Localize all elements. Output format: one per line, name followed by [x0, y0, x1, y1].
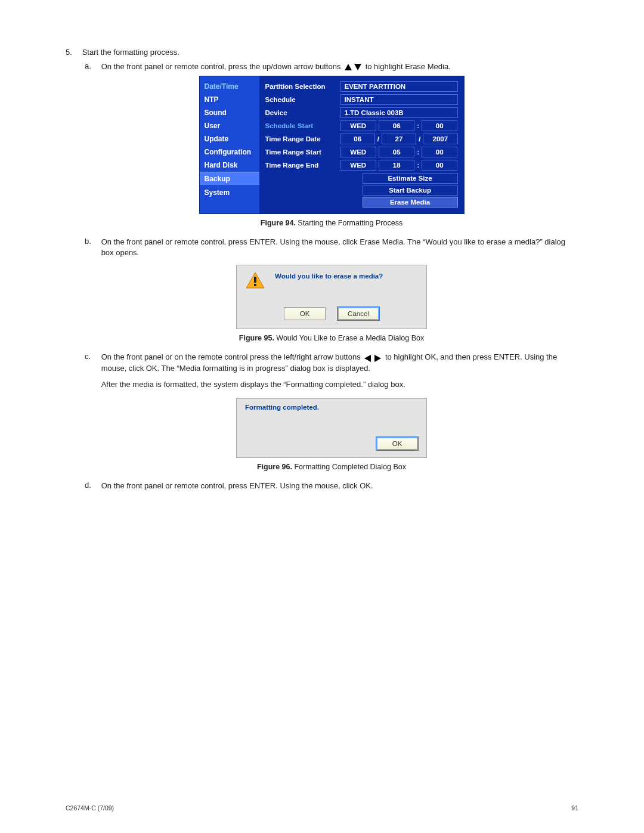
sidebar-item-config[interactable]: Configuration — [200, 145, 259, 159]
cancel-button[interactable]: Cancel — [338, 307, 379, 320]
figure-94-caption: Figure 94. Starting the Formatting Proce… — [85, 219, 578, 227]
substep-b-text: On the front panel or remote control, pr… — [101, 237, 577, 258]
device-value[interactable]: 1.TD Classic 003B — [340, 107, 458, 118]
trs-day[interactable]: WED — [340, 147, 376, 157]
figure-96-label: Figure 96. — [257, 463, 292, 471]
partition-label: Partition Selection — [265, 83, 337, 90]
substep-d-text: On the front panel or remote control, pr… — [101, 481, 577, 491]
page-footer: C2674M-C (7/09) 91 — [66, 804, 578, 812]
left-right-arrow-icon — [363, 352, 383, 363]
substep-c-letter: c. — [85, 352, 99, 361]
sched-start-min[interactable]: 00 — [422, 120, 457, 131]
step-number: 5. — [66, 48, 80, 57]
svg-rect-4 — [254, 284, 256, 286]
ok-button[interactable]: OK — [376, 437, 418, 450]
substep-d-letter: d. — [85, 481, 99, 490]
start-backup-button[interactable]: Start Backup — [363, 185, 458, 196]
figure-96-caption: Figure 96. Formatting Completed Dialog B… — [85, 463, 578, 471]
figure-94-label: Figure 94. — [261, 219, 296, 227]
up-down-arrow-icon — [343, 62, 363, 73]
time-range-end-label: Time Range End — [265, 162, 337, 169]
time-range-date-label: Time Range Date — [265, 135, 337, 143]
trd-day[interactable]: 27 — [382, 134, 416, 144]
trd-year[interactable]: 2007 — [423, 134, 457, 144]
estimate-size-button[interactable]: Estimate Size — [363, 173, 458, 184]
step-title: Start the formatting process. — [82, 48, 179, 57]
colon-sep: : — [417, 122, 419, 129]
substep-b-letter: b. — [85, 237, 99, 246]
figure-96-completed-dialog: Formatting completed. OK — [236, 398, 427, 458]
sched-start-day[interactable]: WED — [340, 120, 376, 131]
substep-a-body: On the front panel or remote control, pr… — [101, 61, 577, 72]
sched-start-hour[interactable]: 06 — [379, 120, 414, 131]
substep-a-letter: a. — [85, 61, 99, 70]
sidebar-item-system[interactable]: System — [200, 186, 259, 199]
warning-icon — [245, 271, 265, 291]
slash-sep: / — [419, 135, 420, 143]
device-label: Device — [265, 109, 337, 116]
svg-marker-6 — [374, 355, 381, 362]
trs-hour[interactable]: 05 — [379, 147, 414, 157]
svg-rect-3 — [254, 277, 256, 283]
dvr-sidebar: Date/Time NTP Sound User Update Configur… — [200, 76, 259, 213]
svg-marker-1 — [354, 64, 361, 70]
tre-min[interactable]: 00 — [422, 160, 457, 171]
colon-sep: : — [417, 162, 419, 169]
schedule-label: Schedule — [265, 96, 337, 103]
figure-94-text: Starting the Formatting Process — [296, 219, 402, 227]
sidebar-item-harddisk[interactable]: Hard Disk — [200, 159, 259, 172]
figure-95-erase-dialog: Would you like to erase a media? OK Canc… — [236, 265, 427, 329]
figure-95-label: Figure 95. — [239, 334, 274, 342]
schedule-value[interactable]: INSTANT — [340, 94, 458, 105]
figure-94-dvr-menu: Date/Time NTP Sound User Update Configur… — [199, 76, 465, 214]
tre-day[interactable]: WED — [340, 160, 376, 171]
substep-c-body: On the front panel or on the remote cont… — [101, 352, 577, 389]
tre-hour[interactable]: 18 — [379, 160, 414, 171]
schedule-start-label: Schedule Start — [265, 122, 337, 129]
sidebar-item-user[interactable]: User — [200, 119, 259, 132]
sidebar-item-update[interactable]: Update — [200, 132, 259, 145]
sidebar-item-datetime[interactable]: Date/Time — [200, 80, 259, 93]
substep-a-pre: On the front panel or remote control, pr… — [101, 62, 343, 71]
footer-docid: C2674M-C (7/09) — [66, 804, 114, 812]
time-range-start-label: Time Range Start — [265, 148, 337, 156]
trs-min[interactable]: 00 — [422, 147, 457, 157]
substep-a-post: to highlight Erase Media. — [366, 62, 451, 71]
figure-95-text: Would You Like to Erase a Media Dialog B… — [274, 334, 424, 342]
sidebar-item-ntp[interactable]: NTP — [200, 93, 259, 106]
completed-dialog-message: Formatting completed. — [245, 404, 418, 411]
figure-95-caption: Figure 95. Would You Like to Erase a Med… — [85, 334, 578, 342]
footer-pagenum: 91 — [571, 804, 578, 812]
erase-dialog-message: Would you like to erase a media? — [275, 272, 383, 280]
colon-sep: : — [417, 148, 419, 156]
sidebar-item-sound[interactable]: Sound — [200, 106, 259, 119]
svg-marker-0 — [345, 64, 352, 70]
sidebar-item-backup[interactable]: Backup — [200, 172, 259, 186]
figure-96-text: Formatting Completed Dialog Box — [292, 463, 406, 471]
substep-c-after: After the media is formatted, the system… — [101, 379, 577, 390]
trd-month[interactable]: 06 — [340, 134, 375, 144]
slash-sep: / — [377, 135, 379, 143]
erase-media-button[interactable]: Erase Media — [363, 197, 458, 208]
ok-button[interactable]: OK — [284, 307, 326, 320]
dvr-main-panel: Partition Selection EVENT PARTITION Sche… — [259, 76, 464, 213]
svg-marker-5 — [364, 355, 371, 362]
substep-c-pre: On the front panel or on the remote cont… — [101, 352, 363, 361]
partition-value[interactable]: EVENT PARTITION — [340, 81, 458, 92]
